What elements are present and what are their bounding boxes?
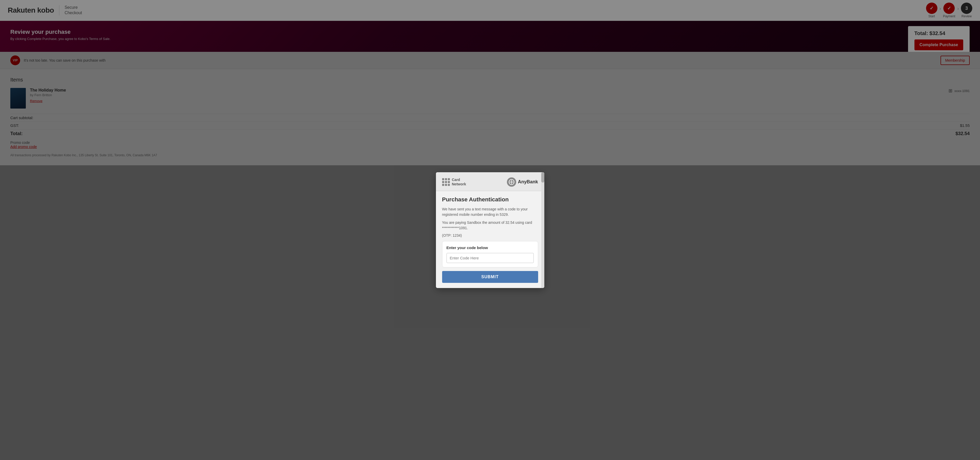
card-network-dots — [442, 178, 450, 186]
code-section-label: Enter your code below — [447, 246, 534, 250]
otp-hint: (OTP: 1234) — [442, 233, 538, 238]
dot-5 — [445, 181, 447, 183]
card-network-line2: Network — [452, 182, 466, 186]
dot-9 — [448, 184, 450, 186]
modal-body: Purchase Authentication We have sent you… — [436, 191, 544, 288]
dot-4 — [442, 181, 444, 183]
card-network-line1: Card — [452, 178, 466, 182]
dot-7 — [442, 184, 444, 186]
dot-2 — [445, 178, 447, 180]
dot-8 — [445, 184, 447, 186]
code-section: Enter your code below — [442, 241, 538, 267]
anybank-icon — [507, 178, 516, 187]
modal-scrollbar[interactable] — [541, 172, 544, 288]
modal-header: Card Network AnyBank — [436, 172, 544, 191]
anybank-svg-icon — [509, 179, 514, 185]
modal-title: Purchase Authentication — [442, 196, 538, 203]
card-network-logo: Card Network — [442, 178, 466, 186]
card-network-text: Card Network — [452, 178, 466, 186]
modal-overlay: Card Network AnyBank Purchas — [0, 0, 980, 460]
submit-button[interactable]: SUBMIT — [442, 271, 538, 283]
code-input[interactable] — [447, 253, 534, 263]
dot-6 — [448, 181, 450, 183]
modal-desc1: We have sent you a text message with a c… — [442, 206, 538, 217]
anybank-text: AnyBank — [518, 179, 538, 185]
modal-desc2: You are paying Sandbox the amount of 32.… — [442, 220, 538, 231]
dot-3 — [448, 178, 450, 180]
authentication-modal: Card Network AnyBank Purchas — [436, 172, 544, 288]
modal-scrollbar-thumb — [541, 172, 544, 182]
dot-1 — [442, 178, 444, 180]
anybank-logo: AnyBank — [507, 178, 538, 187]
